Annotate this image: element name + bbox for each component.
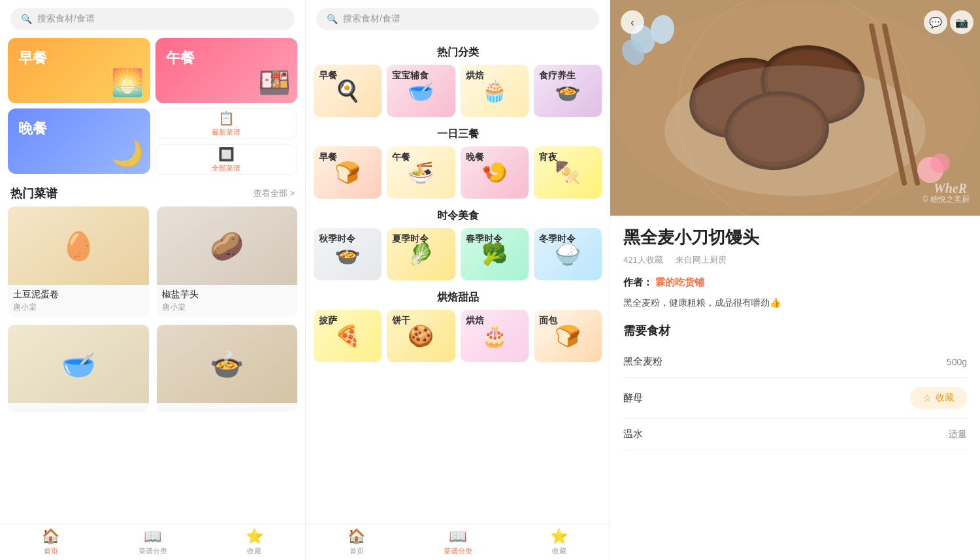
left-nav-category[interactable]: 📖 菜谱分类 (102, 524, 204, 560)
new-recipes-card[interactable]: 📋 最新菜谱 (155, 108, 298, 139)
middle-favorites-label: 收藏 (552, 546, 566, 556)
middle-search-text: 搜索食材/食谱 (343, 13, 400, 25)
left-category-icon: 📖 (144, 528, 161, 545)
cat-item-d[interactable]: 晚餐 🍤 (461, 146, 529, 199)
seasonal-title: 时令美食 (306, 201, 610, 228)
ingredient-amount-1: 500g (947, 357, 967, 367)
left-nav-home[interactable]: 🏠 首页 (0, 524, 102, 560)
back-button[interactable]: ‹ (621, 10, 644, 34)
left-nav-favorites[interactable]: ⭐ 收藏 (203, 524, 305, 560)
recipe-description: 黑全麦粉，健康粗粮，成品很有嚼劲👍 (623, 295, 967, 310)
three-meals-title: 一日三餐 (306, 120, 610, 146)
middle-bottom-nav: 🏠 首页 📖 菜谱分类 ⭐ 收藏 (306, 523, 610, 560)
recipe-img-4: 🍲 (157, 325, 298, 403)
lunch-label: 午餐 (166, 48, 195, 68)
collect-label: 收藏 (936, 392, 954, 404)
left-search-bar[interactable]: 🔍 搜索食材/食谱 (10, 8, 295, 30)
collect-button[interactable]: ☆ 收藏 (910, 387, 967, 409)
lunch-card[interactable]: 午餐 🍱 (155, 38, 298, 103)
ingredients-title: 需要食材 (623, 323, 967, 338)
wechat-share-button[interactable]: 💬 (924, 10, 947, 34)
recipe-card-3[interactable]: 🥣 (8, 325, 149, 412)
camera-share-button[interactable]: 📷 (950, 10, 973, 34)
popular-section-header: 热门菜谱 查看全部 > (0, 180, 305, 206)
middle-nav-category[interactable]: 📖 菜谱分类 (407, 524, 508, 560)
cat-item-spring[interactable]: 春季时令 🥦 (461, 228, 529, 280)
cat-item-l[interactable]: 午餐 🍜 (387, 146, 455, 199)
recipe-info-1: 土豆泥蛋卷 唐小棠 (8, 285, 149, 317)
cat-item-summer[interactable]: 夏季时令 🥬 (387, 228, 455, 280)
cat-item-cookie[interactable]: 饼干 🍪 (387, 310, 455, 362)
ingredient-amount-3: 适量 (949, 429, 967, 440)
middle-home-icon: 🏠 (348, 528, 365, 545)
recipe-author-1: 唐小棠 (13, 302, 144, 313)
recipe-card-1[interactable]: 🥚 土豆泥蛋卷 唐小棠 (8, 206, 149, 317)
lunch-icon: 🍱 (258, 67, 291, 98)
cat-label-health: 食疗养生 (539, 70, 576, 82)
author-row: 作者： 霖的吃货铺 (623, 276, 967, 289)
three-meals-grid: 早餐 🍞 午餐 🍜 晚餐 🍤 宵夜 🍢 (306, 146, 610, 199)
recipe-source: 来自网上厨房 (676, 255, 727, 265)
cat-label-n: 宵夜 (539, 152, 557, 163)
recipe-card-4[interactable]: 🍲 (157, 325, 298, 412)
breakfast-card[interactable]: 早餐 🌅 (8, 38, 150, 103)
breakfast-label: 早餐 (18, 48, 47, 68)
all-recipes-icon: 🔲 (218, 146, 235, 162)
recipe-img-1: 🥚 (8, 206, 149, 285)
middle-scroll: 热门分类 早餐 🍳 宝宝辅食 🥣 烘焙 🧁 食疗养生 🍲 (306, 38, 610, 560)
middle-nav-home[interactable]: 🏠 首页 (306, 524, 407, 560)
cat-label-d: 晚餐 (466, 152, 484, 163)
recipe-img-2: 🥔 (157, 206, 298, 285)
cat-item-cake[interactable]: 烘焙 🎂 (461, 310, 529, 362)
dinner-icon: 🌙 (111, 138, 144, 169)
ingredient-row-2: 酵母 ☆ 收藏 (623, 378, 967, 419)
right-panel: ‹ 💬 📷 © 糖悦之美厨 WheR 黑全麦小刀切馒头 421人收藏 来自网上厨… (610, 0, 980, 560)
cat-item-autumn[interactable]: 秋季时令 🍲 (314, 228, 382, 280)
cat-label-winter: 冬季时令 (539, 233, 576, 245)
recipe-img-3: 🥣 (8, 325, 149, 403)
cat-item-zaocan[interactable]: 早餐 🍳 (314, 65, 382, 117)
cat-label-hongbei: 烘焙 (466, 70, 484, 82)
left-favorites-label: 收藏 (247, 546, 261, 556)
cat-item-winter[interactable]: 冬季时令 🍚 (534, 228, 602, 280)
cat-label-cookie: 饼干 (392, 315, 410, 327)
cat-item-hongbei[interactable]: 烘焙 🧁 (461, 65, 529, 117)
three-meals-section: 一日三餐 早餐 🍞 午餐 🍜 晚餐 🍤 宵夜 🍢 (306, 120, 610, 199)
cat-label-autumn: 秋季时令 (319, 233, 355, 245)
recipe-card-2[interactable]: 🥔 椒盐芋头 唐小棠 (157, 206, 298, 317)
cat-label-summer: 夏季时令 (392, 233, 429, 245)
recipe-name-2: 椒盐芋头 (162, 289, 293, 301)
baking-title: 烘焙甜品 (306, 283, 610, 310)
new-recipes-icon: 📋 (218, 110, 235, 126)
recipe-name-1: 土豆泥蛋卷 (13, 289, 144, 301)
dinner-card[interactable]: 晚餐 🌙 (8, 108, 150, 174)
middle-nav-favorites[interactable]: ⭐ 收藏 (508, 524, 610, 560)
see-all-link[interactable]: 查看全部 > (253, 188, 295, 199)
seasonal-section: 时令美食 秋季时令 🍲 夏季时令 🥬 春季时令 🥦 冬季时令 🍚 (306, 201, 610, 280)
author-label: 作者： (623, 276, 653, 289)
recipe-author-2: 唐小棠 (162, 302, 293, 313)
popular-title: 热门菜谱 (10, 186, 57, 201)
small-cards-container: 📋 最新菜谱 🔲 全部菜谱 (155, 108, 298, 175)
all-recipes-card[interactable]: 🔲 全部菜谱 (155, 144, 298, 175)
recipe-title: 黑全麦小刀切馒头 (623, 226, 967, 249)
cat-item-n[interactable]: 宵夜 🍢 (534, 146, 602, 199)
cat-label-l: 午餐 (392, 152, 410, 163)
cat-item-bread[interactable]: 面包 🍞 (534, 310, 602, 362)
seasonal-grid: 秋季时令 🍲 夏季时令 🥬 春季时令 🥦 冬季时令 🍚 (306, 228, 610, 280)
cat-item-pizza[interactable]: 披萨 🍕 (314, 310, 382, 362)
recipe-grid: 🥚 土豆泥蛋卷 唐小棠 🥔 椒盐芋头 唐小棠 🥣 🍲 (0, 206, 305, 412)
left-category-label: 菜谱分类 (139, 546, 167, 556)
cat-item-b[interactable]: 早餐 🍞 (314, 146, 382, 199)
cat-label-bread: 面包 (539, 315, 557, 327)
middle-panel: 🔍 搜索食材/食谱 热门分类 早餐 🍳 宝宝辅食 🥣 烘焙 🧁 (305, 0, 610, 560)
left-home-icon: 🏠 (42, 528, 59, 545)
middle-home-label: 首页 (350, 546, 364, 556)
bread-svg (610, 0, 980, 216)
left-favorites-icon: ⭐ (246, 528, 263, 545)
cat-label-baobao: 宝宝辅食 (392, 70, 429, 82)
cat-item-health[interactable]: 食疗养生 🍲 (534, 65, 602, 117)
cat-label-b: 早餐 (319, 152, 337, 163)
middle-search-bar[interactable]: 🔍 搜索食材/食谱 (316, 8, 599, 30)
cat-item-baobao[interactable]: 宝宝辅食 🥣 (387, 65, 455, 117)
